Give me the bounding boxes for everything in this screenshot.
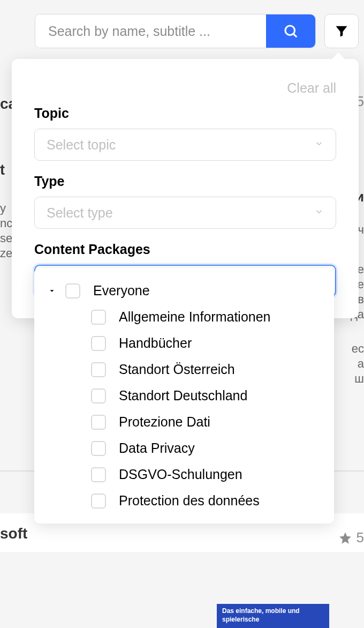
- search-icon: [283, 23, 299, 39]
- bg-text: nc: [0, 216, 12, 230]
- tree-item[interactable]: Protection des données: [34, 488, 334, 514]
- bg-text: ш: [354, 372, 364, 386]
- checkbox[interactable]: [91, 310, 106, 325]
- checkbox[interactable]: [65, 283, 80, 298]
- checkbox[interactable]: [91, 415, 106, 430]
- topic-select-placeholder: Select topic: [47, 137, 116, 153]
- topic-label: Topic: [34, 106, 336, 121]
- search-container: [35, 14, 316, 48]
- bg-text: se: [0, 231, 12, 245]
- checkbox[interactable]: [91, 494, 106, 509]
- caret-down-icon[interactable]: [47, 287, 57, 295]
- tree-item-label: Handbücher: [119, 335, 192, 351]
- bg-banner: Das einfache, mobile und spielerische: [217, 604, 329, 628]
- bg-text: t: [0, 162, 5, 178]
- tree-item-root[interactable]: Everyone: [34, 278, 334, 304]
- filter-group-type: Type Select type: [34, 174, 336, 229]
- tree-item-label: Protection des données: [119, 493, 260, 509]
- chevron-down-icon: [314, 207, 324, 219]
- search-button[interactable]: [266, 14, 315, 48]
- content-packages-dropdown: Everyone Allgemeine Informationen Handbü…: [34, 268, 334, 524]
- topic-select[interactable]: Select topic: [34, 129, 336, 161]
- filter-toggle-button[interactable]: [324, 14, 359, 48]
- chevron-down-icon: [314, 139, 324, 151]
- tree-item[interactable]: Standort Österreich: [34, 356, 334, 383]
- bg-text: y: [0, 201, 6, 215]
- tree-item-label: Standort Deutschland: [119, 388, 247, 403]
- tree-item[interactable]: Data Privacy: [34, 435, 334, 461]
- bg-text: ze: [0, 246, 12, 260]
- checkbox[interactable]: [91, 467, 106, 482]
- tree-item[interactable]: Allgemeine Informationen: [34, 304, 334, 330]
- tree-item[interactable]: Protezione Dati: [34, 409, 334, 435]
- content-packages-label: Content Packages: [34, 242, 336, 257]
- filter-icon: [334, 24, 349, 39]
- bg-text: soft: [0, 525, 27, 542]
- bg-text: ч: [358, 223, 364, 237]
- filter-group-topic: Topic Select topic: [34, 106, 336, 161]
- tree-item-label: Data Privacy: [119, 440, 195, 456]
- type-label: Type: [34, 174, 336, 189]
- checkbox[interactable]: [91, 441, 106, 456]
- svg-line-1: [294, 34, 297, 38]
- type-select[interactable]: Select type: [34, 197, 336, 229]
- type-select-placeholder: Select type: [47, 205, 113, 221]
- clear-all-button[interactable]: Clear all: [34, 80, 336, 96]
- checkbox[interactable]: [91, 336, 106, 351]
- search-input[interactable]: [35, 14, 266, 48]
- tree-item-label: Allgemeine Informationen: [119, 309, 271, 325]
- svg-point-0: [285, 26, 295, 35]
- tree-item[interactable]: Standort Deutschland: [34, 383, 334, 409]
- rating-display: 5: [338, 529, 364, 546]
- bg-text: а: [358, 357, 364, 371]
- star-icon: [338, 531, 352, 545]
- tree-item-label: Everyone: [93, 283, 150, 298]
- tree-item-label: DSGVO-Schulungen: [119, 467, 242, 482]
- rating-value: 5: [357, 529, 364, 546]
- tree-item[interactable]: DSGVO-Schulungen: [34, 461, 334, 488]
- checkbox[interactable]: [91, 362, 106, 377]
- checkbox[interactable]: [91, 388, 106, 403]
- tree-item[interactable]: Handbücher: [34, 330, 334, 356]
- bg-text: ес: [352, 342, 364, 356]
- tree-item-label: Standort Österreich: [119, 362, 235, 377]
- tree-item-label: Protezione Dati: [119, 414, 210, 430]
